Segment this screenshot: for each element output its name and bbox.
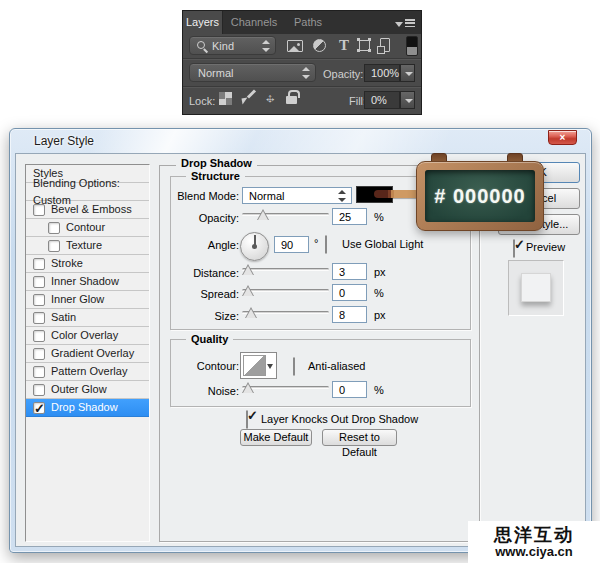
list-item-inner-glow[interactable]: Inner Glow bbox=[26, 291, 149, 309]
checkbox[interactable] bbox=[33, 384, 45, 396]
make-default-button[interactable]: Make Default bbox=[240, 429, 312, 446]
list-item-texture[interactable]: Texture bbox=[26, 237, 149, 255]
blend-mode-label: Blend Mode: bbox=[139, 190, 239, 202]
contour-picker[interactable] bbox=[240, 352, 277, 379]
distance-unit: px bbox=[374, 266, 386, 278]
list-item-satin[interactable]: Satin bbox=[26, 309, 149, 327]
distance-value[interactable]: 3 bbox=[332, 263, 367, 280]
chalkboard-surface: # 000000 bbox=[425, 170, 535, 222]
size-slider[interactable] bbox=[242, 306, 329, 320]
preview-shadow-chip bbox=[521, 273, 551, 302]
angle-value[interactable]: 90 bbox=[274, 236, 309, 253]
lock-all-padlock-icon[interactable] bbox=[286, 96, 297, 104]
checkbox[interactable] bbox=[48, 222, 60, 234]
distance-slider[interactable] bbox=[242, 263, 329, 277]
slider-thumb[interactable] bbox=[242, 382, 254, 393]
opacity-value[interactable]: 100% bbox=[364, 64, 400, 82]
blend-mode-value: Normal bbox=[198, 67, 233, 79]
use-global-light-checkbox[interactable] bbox=[325, 235, 327, 254]
list-item-blending-options[interactable]: Blending Options: Custom bbox=[26, 183, 149, 201]
spread-unit: % bbox=[374, 287, 384, 299]
slider-thumb[interactable] bbox=[245, 307, 257, 318]
contour-label: Contour: bbox=[139, 360, 239, 372]
structure-legend: Structure bbox=[186, 170, 245, 182]
fill-dropdown-button[interactable] bbox=[400, 91, 415, 109]
checkbox-checked[interactable] bbox=[33, 402, 45, 414]
watermark: 思洋互动 www.ciya.cn bbox=[468, 521, 600, 563]
spread-label: Spread: bbox=[139, 288, 239, 300]
shape-layer-filter-icon[interactable] bbox=[359, 40, 370, 51]
noise-unit: % bbox=[374, 384, 384, 396]
fill-value[interactable]: 0% bbox=[364, 91, 400, 109]
opacity-slider[interactable] bbox=[242, 208, 329, 222]
tab-layers[interactable]: Layers bbox=[183, 11, 223, 34]
spread-value[interactable]: 0 bbox=[332, 284, 367, 301]
opacity-dropdown-button[interactable] bbox=[400, 64, 415, 82]
tab-paths[interactable]: Paths bbox=[285, 11, 331, 34]
close-button[interactable]: × bbox=[548, 130, 577, 145]
layer-filtering-toggle[interactable] bbox=[406, 36, 418, 56]
adjustment-layer-filter-icon[interactable] bbox=[313, 39, 326, 52]
list-item-stroke[interactable]: Stroke bbox=[26, 255, 149, 273]
blend-mode-dropdown-panel[interactable]: Normal bbox=[189, 63, 316, 82]
smart-object-filter-icon[interactable] bbox=[380, 38, 390, 52]
reset-to-default-button[interactable]: Reset to Default bbox=[322, 429, 397, 446]
noise-slider[interactable] bbox=[242, 381, 329, 395]
divider bbox=[183, 86, 421, 87]
type-layer-filter-icon[interactable]: T bbox=[337, 37, 351, 53]
list-item-inner-shadow[interactable]: Inner Shadow bbox=[26, 273, 149, 291]
checkbox[interactable] bbox=[33, 330, 45, 342]
opacity-value[interactable]: 25 bbox=[332, 208, 367, 225]
styles-list: Styles Blending Options: Custom Bevel & … bbox=[25, 164, 150, 542]
chevron-down-icon bbox=[395, 22, 403, 27]
checkbox[interactable] bbox=[48, 240, 60, 252]
checkbox[interactable] bbox=[33, 312, 45, 324]
list-item-pattern-overlay[interactable]: Pattern Overlay bbox=[26, 363, 149, 381]
anti-aliased-checkbox[interactable] bbox=[293, 357, 295, 376]
layer-knocks-out-label: Layer Knocks Out Drop Shadow bbox=[261, 413, 418, 425]
checkbox[interactable] bbox=[33, 276, 45, 288]
noise-value[interactable]: 0 bbox=[332, 381, 367, 398]
list-item-drop-shadow[interactable]: Drop Shadow bbox=[26, 399, 149, 417]
dialog-titlebar[interactable] bbox=[11, 129, 590, 153]
list-item-gradient-overlay[interactable]: Gradient Overlay bbox=[26, 345, 149, 363]
spread-slider[interactable] bbox=[242, 284, 329, 298]
angle-dial[interactable] bbox=[240, 232, 269, 261]
size-value[interactable]: 8 bbox=[332, 306, 367, 323]
checkbox[interactable] bbox=[33, 294, 45, 306]
lock-label: Lock: bbox=[189, 95, 215, 107]
checkbox[interactable] bbox=[33, 258, 45, 270]
checkbox[interactable] bbox=[33, 204, 45, 216]
hamburger-icon bbox=[405, 19, 415, 28]
divider bbox=[183, 58, 421, 59]
lock-transparent-pixels-icon[interactable] bbox=[219, 92, 232, 105]
preview-label: Preview bbox=[526, 241, 565, 253]
list-item-color-overlay[interactable]: Color Overlay bbox=[26, 327, 149, 345]
slider-thumb[interactable] bbox=[242, 285, 254, 296]
panel-title: Drop Shadow bbox=[176, 157, 257, 169]
checkbox[interactable] bbox=[33, 366, 45, 378]
image-layer-filter-icon[interactable] bbox=[287, 40, 303, 52]
list-item-outer-glow[interactable]: Outer Glow bbox=[26, 381, 149, 399]
lock-image-pixels-brush-icon[interactable] bbox=[241, 90, 256, 105]
blend-mode-dropdown[interactable]: Normal bbox=[242, 187, 352, 204]
list-item-contour[interactable]: Contour bbox=[26, 219, 149, 237]
layers-panel: Layers Channels Paths Kind T Normal Opac… bbox=[182, 10, 422, 115]
watermark-brand: 思洋互动 bbox=[494, 525, 574, 545]
dropdown-spinner-icon bbox=[262, 40, 270, 52]
preview-checkbox[interactable] bbox=[513, 239, 515, 258]
slider-thumb[interactable] bbox=[242, 264, 254, 275]
kind-filter-dropdown[interactable]: Kind bbox=[189, 36, 276, 55]
lock-position-move-icon[interactable]: ↔↕ bbox=[262, 90, 278, 106]
checkbox[interactable] bbox=[33, 348, 45, 360]
quality-legend: Quality bbox=[186, 333, 233, 345]
slider-thumb[interactable] bbox=[257, 209, 269, 220]
layer-knocks-out-checkbox[interactable] bbox=[246, 410, 248, 429]
list-item-bevel-emboss[interactable]: Bevel & Emboss bbox=[26, 201, 149, 219]
dropdown-spinner-icon bbox=[302, 67, 310, 79]
watermark-url: www.ciya.cn bbox=[495, 545, 573, 559]
panel-menu-icon[interactable] bbox=[395, 19, 415, 28]
tab-channels[interactable]: Channels bbox=[224, 11, 284, 34]
contour-swatch bbox=[243, 355, 266, 376]
slider-track bbox=[242, 386, 329, 389]
